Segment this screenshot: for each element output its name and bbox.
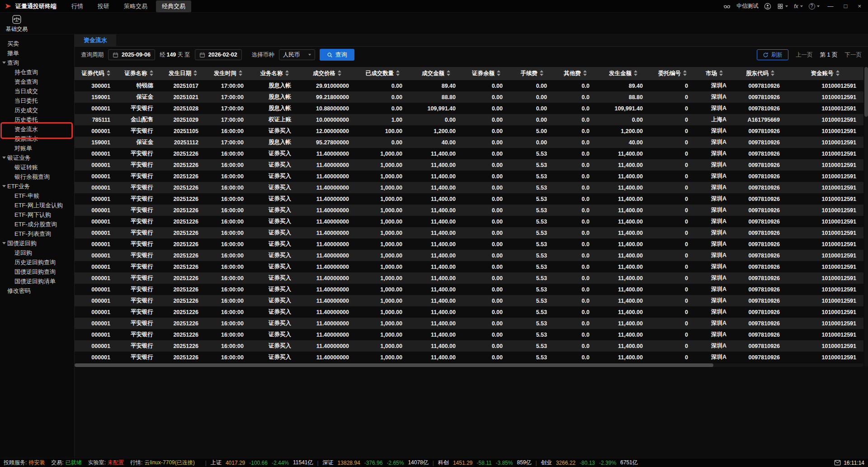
sort-icon[interactable] — [447, 70, 451, 76]
sort-icon[interactable] — [683, 70, 687, 76]
start-date-input[interactable]: 2025-09-06 — [108, 49, 155, 60]
horizontal-scrollbar[interactable] — [75, 363, 863, 367]
sidebar-item[interactable]: 银证转账 — [0, 162, 74, 172]
menu-item-1[interactable]: 投研 — [92, 0, 115, 12]
table-row[interactable]: 159001保证金2025102117:00:00股息入帐99.21800000… — [75, 91, 863, 103]
search-button[interactable]: 查询 — [320, 49, 354, 61]
scrollbar-thumb[interactable] — [864, 67, 868, 117]
table-row[interactable]: 000001平安银行2025122616:00:00证券买入11.4000000… — [75, 205, 863, 216]
sort-icon[interactable] — [239, 70, 243, 76]
sort-icon[interactable] — [285, 70, 289, 76]
table-row[interactable]: 000001平安银行2025122616:00:00证券买入11.4000000… — [75, 272, 863, 284]
sidebar-item[interactable]: 对账单 — [0, 143, 74, 153]
table-row[interactable]: 000001平安银行2025122616:00:00证券买入11.4000000… — [75, 171, 863, 182]
sidebar-item[interactable]: 当日委托 — [0, 96, 74, 105]
table-row[interactable]: 000001平安银行2025122616:00:00证券买入11.4000000… — [75, 261, 863, 272]
sort-icon[interactable] — [634, 70, 638, 76]
menu-item-0[interactable]: 行情 — [66, 0, 89, 12]
column-header[interactable]: 其他费 — [554, 67, 597, 80]
sidebar-item[interactable]: 国债逆回购清单 — [0, 276, 74, 286]
table-row[interactable]: 000001平安银行2025122616:00:00证券买入11.4000000… — [75, 284, 863, 295]
next-page-button[interactable]: 下一页 — [845, 51, 862, 59]
help-button[interactable]: ? — [809, 3, 820, 10]
table-row[interactable]: 159001保证金2025111217:00:00股息入帐95.27800000… — [75, 137, 863, 148]
table-row[interactable]: 000001平安银行2025122616:00:00证券买入11.4000000… — [75, 329, 863, 340]
sidebar-item[interactable]: 逆回购 — [0, 248, 74, 257]
account-name[interactable]: 中信测试 — [736, 2, 758, 10]
table-row[interactable]: 000001平安银行2025122616:00:00证券买入11.4000000… — [75, 216, 863, 227]
column-header[interactable]: 成交金额 — [410, 67, 463, 80]
sort-icon[interactable] — [193, 70, 198, 76]
user-avatar-icon[interactable] — [764, 3, 771, 10]
sort-icon[interactable] — [396, 70, 400, 76]
table-row[interactable]: 300001特锐德2025101717:00:00股息入帐29.91000000… — [75, 80, 863, 91]
sidebar-item[interactable]: 股票流水 — [0, 134, 74, 143]
sort-icon[interactable] — [497, 70, 501, 76]
column-header[interactable]: 手续费 — [510, 67, 554, 80]
sidebar-item[interactable]: ETF业务 — [0, 181, 74, 191]
sidebar-item[interactable]: 银证业务 — [0, 153, 74, 162]
sidebar-item[interactable]: 银行余额查询 — [0, 172, 74, 181]
end-date-input[interactable]: 2026-02-02 — [195, 49, 242, 60]
column-header[interactable]: 发生日期 — [160, 67, 206, 80]
table-row[interactable]: 000001平安银行2025122616:00:00证券买入11.4000000… — [75, 193, 863, 205]
sort-icon[interactable] — [771, 70, 775, 76]
column-header[interactable]: 股东代码 — [734, 67, 787, 80]
column-header[interactable]: 发生金额 — [597, 67, 650, 80]
table-row[interactable]: 000001平安银行2025122616:00:00证券买入11.4000000… — [75, 182, 863, 193]
sort-icon[interactable] — [540, 70, 544, 76]
column-header[interactable]: 证券代码 — [75, 67, 118, 80]
sidebar-item[interactable]: 持仓查询 — [0, 67, 74, 77]
sidebar-item[interactable]: 当日成交 — [0, 86, 74, 96]
sort-icon[interactable] — [719, 70, 723, 76]
sidebar-item[interactable]: 买卖 — [0, 39, 74, 48]
column-header[interactable]: 市场 — [695, 67, 734, 80]
sidebar-item[interactable]: 国债逆回购 — [0, 238, 74, 248]
sidebar-item[interactable]: ETF-网下认购 — [0, 210, 74, 219]
sidebar-item[interactable]: 撤单 — [0, 48, 74, 58]
table-row[interactable]: 000001平安银行2025110516:00:00证券买入12.0000000… — [75, 125, 863, 137]
sort-icon[interactable] — [583, 70, 587, 76]
currency-select[interactable]: 人民币 — [279, 49, 315, 60]
minimize-button[interactable]: — — [826, 3, 836, 10]
column-header[interactable]: 资金账号 — [787, 67, 863, 80]
table-row[interactable]: 000001平安银行2025122616:00:00证券买入11.4000000… — [75, 250, 863, 261]
sidebar-item[interactable]: ETF-网上现金认购 — [0, 200, 74, 210]
glasses-icon[interactable] — [723, 3, 731, 10]
sort-icon[interactable] — [836, 70, 840, 76]
sidebar-item[interactable]: 资金查询 — [0, 77, 74, 86]
column-header[interactable]: 成交价格 — [298, 67, 356, 80]
layout-grid-button[interactable] — [777, 3, 788, 10]
tab-fund-flow[interactable]: 资金流水 — [75, 34, 116, 46]
column-header[interactable]: 委托编号 — [650, 67, 695, 80]
sidebar-item[interactable]: 国债逆回购查询 — [0, 267, 74, 276]
maximize-button[interactable]: □ — [842, 3, 850, 10]
sidebar-item[interactable]: 历史逆回购查询 — [0, 257, 74, 267]
table-row[interactable]: 000001平安银行2025122616:00:00证券买入11.4000000… — [75, 352, 863, 363]
close-button[interactable]: × — [855, 3, 863, 10]
column-header[interactable]: 已成交数量 — [356, 67, 410, 80]
sort-icon[interactable] — [107, 70, 111, 76]
rail-item-basic-trading[interactable]: 基础交易 — [5, 15, 29, 33]
scrollbar-thumb[interactable] — [75, 363, 713, 367]
table-row[interactable]: 000001平安银行2025122616:00:00证券买入11.4000000… — [75, 159, 863, 171]
vertical-scrollbar[interactable] — [864, 67, 868, 367]
sidebar-item[interactable]: 查询 — [0, 58, 74, 67]
sidebar-item[interactable]: 历史委托 — [0, 115, 74, 124]
table-row[interactable]: 000001平安银行2025122616:00:00证券买入11.4000000… — [75, 318, 863, 329]
sidebar-item[interactable]: 修改密码 — [0, 286, 74, 295]
sort-icon[interactable] — [150, 70, 154, 76]
table-row[interactable]: 785111金山配售2025102917:00:00权证上账10.0000000… — [75, 114, 863, 125]
column-header[interactable]: 业务名称 — [251, 67, 298, 80]
menu-item-2[interactable]: 策略交易 — [118, 0, 153, 12]
table-row[interactable]: 000001平安银行2025102817:00:00股息入帐10.8800000… — [75, 103, 863, 114]
sidebar-item[interactable]: 资金流水 — [0, 124, 74, 134]
column-header[interactable]: 证券余额 — [463, 67, 510, 80]
message-icon[interactable] — [834, 460, 841, 466]
sort-icon[interactable] — [338, 70, 342, 76]
sidebar-item[interactable]: ETF-列表查询 — [0, 229, 74, 238]
sidebar-item[interactable]: ETF-申赎 — [0, 191, 74, 200]
formula-button[interactable]: fx — [794, 3, 802, 10]
table-row[interactable]: 000001平安银行2025122616:00:00证券买入11.4000000… — [75, 148, 863, 159]
table-row[interactable]: 000001平安银行2025122616:00:00证券买入11.4000000… — [75, 238, 863, 250]
